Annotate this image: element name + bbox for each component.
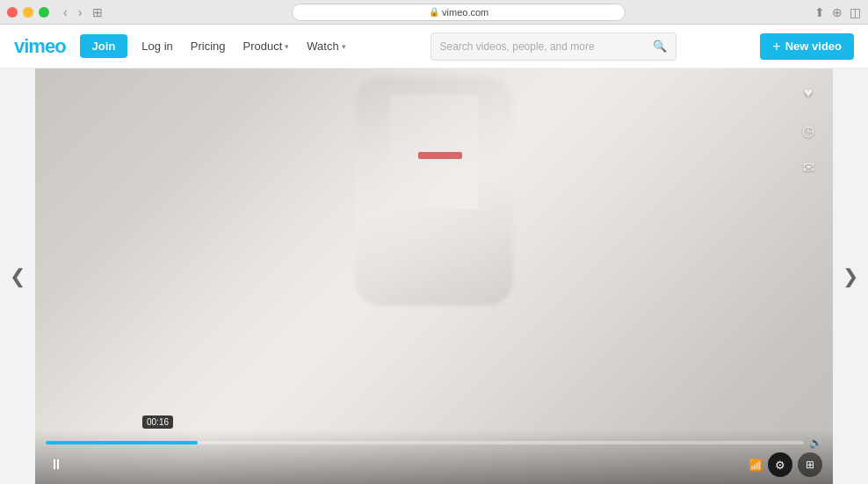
video-player[interactable]: ♥ ◷ ✉ 00:16 🔊 ⏸ [35,69,833,484]
vimeo-logo[interactable]: vimeo [14,35,66,58]
address-bar-container: 🔒 vimeo.com [103,4,814,21]
url-text: vimeo.com [442,7,488,18]
heart-icon: ♥ [804,85,813,101]
close-button[interactable] [7,7,18,18]
nav-search-bar[interactable]: Search videos, people, and more 🔍 [430,33,676,61]
watch-chevron-icon: ▾ [342,42,346,51]
settings-button[interactable]: ⚙ [768,452,792,477]
bars-icon[interactable]: 📶 [749,459,763,472]
browser-nav-buttons: ‹ › [60,5,85,19]
pause-button[interactable]: ⏸ [46,454,67,475]
window-actions: ⬆ ⊕ ◫ [814,5,861,19]
watchlater-button[interactable]: ◷ [794,116,822,144]
video-controls: 00:16 🔊 ⏸ 📶 ⚙ ⊞ [35,430,833,484]
vimeo-navbar: vimeo Join Log in Pricing Product ▾ Watc… [0,25,868,69]
gear-icon: ⚙ [775,459,785,472]
progress-row: 00:16 🔊 [46,437,822,449]
plus-icon: + [772,39,780,54]
video-content-accent [418,152,462,159]
new-video-label: New video [785,40,842,53]
back-button[interactable]: ‹ [60,5,71,19]
minimize-button[interactable] [23,7,33,18]
share-button[interactable]: ✉ [794,153,822,181]
fullscreen-icon: ⊞ [806,459,814,471]
lock-icon: 🔒 [429,7,439,17]
window-chrome: ‹ › ⊞ 🔒 vimeo.com ⬆ ⊕ ◫ [0,0,868,25]
main-area: ❮ ♥ ◷ ✉ 00:16 [0,69,868,484]
prev-arrow-button[interactable]: ❮ [0,69,35,484]
like-button[interactable]: ♥ [794,79,822,107]
login-link[interactable]: Log in [133,40,181,53]
product-chevron-icon: ▾ [285,42,289,51]
reading-list-button[interactable]: ⊕ [832,5,843,19]
pricing-link[interactable]: Pricing [182,40,235,53]
fullscreen-button[interactable]: ⊞ [798,452,822,477]
control-icons-right: 📶 ⚙ ⊞ [749,452,822,477]
progress-bar[interactable] [46,441,804,444]
product-link-text: Product [243,40,283,53]
volume-icon[interactable]: 🔊 [809,437,822,449]
product-link[interactable]: Product ▾ [235,40,299,53]
progress-bar-fill [46,441,198,444]
watch-link[interactable]: Watch ▾ [298,40,354,53]
search-icon: 🔍 [653,40,667,53]
search-placeholder-text: Search videos, people, and more [440,40,595,53]
nav-search-container: Search videos, people, and more 🔍 [355,33,752,61]
next-arrow-button[interactable]: ❯ [833,69,868,484]
tab-grid-button[interactable]: ⊞ [92,5,103,19]
time-bubble: 00:16 [142,415,173,429]
prev-arrow-icon: ❮ [10,265,25,288]
pause-icon: ⏸ [49,457,63,473]
forward-button[interactable]: › [75,5,86,19]
sidebar-button[interactable]: ◫ [850,5,861,19]
maximize-button[interactable] [39,7,49,18]
watch-link-text: Watch [307,40,338,53]
new-video-button[interactable]: + New video [760,33,854,60]
controls-row: ⏸ 📶 ⚙ ⊞ [46,452,822,477]
share-icon: ✉ [803,159,814,176]
video-side-icons: ♥ ◷ ✉ [794,79,822,181]
next-arrow-icon: ❯ [843,265,858,288]
share-window-button[interactable]: ⬆ [814,5,825,19]
join-button[interactable]: Join [80,34,128,58]
clock-icon: ◷ [802,122,814,139]
address-bar[interactable]: 🔒 vimeo.com [292,4,626,21]
traffic-lights [7,7,49,18]
